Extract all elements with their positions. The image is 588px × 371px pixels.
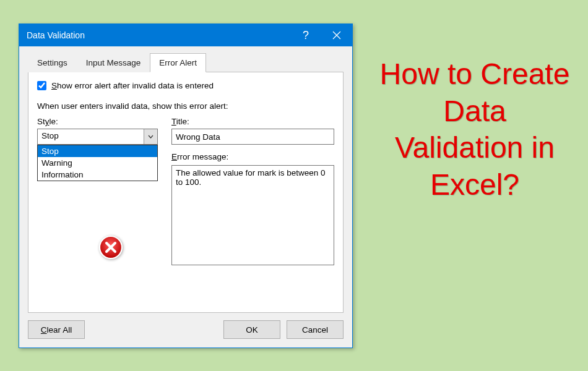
show-error-checkbox-row[interactable]: Show error alert after invalid data is e… [37, 81, 334, 90]
chevron-down-icon [148, 135, 153, 139]
style-option-warning[interactable]: Warning [38, 157, 157, 169]
alert-prompt: When user enters invalid data, show this… [37, 101, 334, 111]
error-message-label: Error message: [171, 152, 334, 161]
help-button[interactable]: ? [290, 24, 321, 46]
tabs: Settings Input Message Error Alert [28, 53, 344, 72]
show-error-label: Show error alert after invalid data is e… [51, 81, 214, 90]
ok-button[interactable]: OK [223, 320, 280, 339]
style-option-information[interactable]: Information [38, 169, 157, 181]
data-validation-dialog: Data Validation ? Settings Input Message… [19, 23, 353, 348]
style-dropdown-button[interactable] [144, 129, 157, 144]
cancel-button[interactable]: Cancel [287, 320, 344, 339]
error-icon [98, 234, 124, 263]
error-message-textarea[interactable] [171, 165, 334, 265]
title-input[interactable] [171, 129, 334, 145]
clear-all-button[interactable]: Clear All [28, 320, 85, 339]
page-headline: How to Create Data Validation in Excel? [379, 56, 571, 203]
button-row: Clear All OK Cancel [28, 320, 344, 339]
close-button[interactable] [321, 24, 352, 46]
close-icon [332, 31, 341, 40]
dialog-body: Settings Input Message Error Alert Show … [19, 46, 352, 348]
titlebar[interactable]: Data Validation ? [19, 24, 352, 46]
title-label: Title: [171, 117, 334, 126]
tab-input-message[interactable]: Input Message [77, 53, 150, 72]
tab-panel-error-alert: Show error alert after invalid data is e… [28, 72, 344, 313]
style-label: Style: [37, 117, 158, 126]
style-dropdown-list: Stop Warning Information [37, 145, 158, 181]
show-error-checkbox[interactable] [37, 81, 46, 90]
style-dropdown[interactable]: Stop Stop Warning Information [37, 129, 158, 145]
tab-settings[interactable]: Settings [28, 53, 77, 72]
dialog-title: Data Validation [27, 30, 85, 40]
style-option-stop[interactable]: Stop [38, 145, 157, 157]
style-value: Stop [38, 129, 144, 144]
tab-error-alert[interactable]: Error Alert [150, 53, 206, 72]
